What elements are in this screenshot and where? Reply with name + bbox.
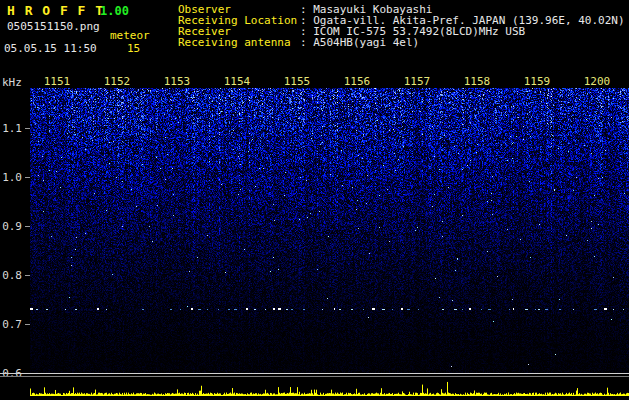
colon: : (300, 36, 313, 49)
x-tick-label: 1155 (284, 75, 311, 88)
spectrogram-canvas (30, 88, 629, 373)
mode-label: meteor (110, 29, 150, 42)
interval-value: 15 (127, 42, 140, 55)
info-label: Receiving antenna (178, 37, 300, 48)
app-version: 1.00 (100, 4, 129, 18)
hrofft-output: H R O F F T 1.00 0505151150.png meteor 0… (0, 0, 629, 400)
y-tick-label: 0.8 (2, 269, 22, 282)
app-title: H R O F F T (7, 3, 104, 18)
y-tick-label: 1.0 (2, 171, 22, 184)
info-value: A504HB(yagi 4el) (313, 36, 419, 49)
x-tick-label: 1151 (44, 75, 71, 88)
x-tick-label: 1200 (584, 75, 611, 88)
info-row-antenna: Receiving antenna: A504HB(yagi 4el) (178, 37, 625, 48)
x-tick-label: 1156 (344, 75, 371, 88)
y-tick-label: 1.1 (2, 122, 22, 135)
y-tick-label: 0.7 (2, 318, 22, 331)
x-tick-label: 1153 (164, 75, 191, 88)
x-tick-label: 1159 (524, 75, 551, 88)
y-tick-label: 0.9 (2, 220, 22, 233)
separator-line-bottom (0, 376, 629, 377)
signal-level-canvas (30, 378, 629, 400)
x-tick-label: 1157 (404, 75, 431, 88)
x-tick-label: 1152 (104, 75, 131, 88)
x-tick-label: 1158 (464, 75, 491, 88)
y-axis-unit: kHz (2, 76, 22, 89)
output-filename: 0505151150.png (7, 20, 100, 33)
x-tick-label: 1154 (224, 75, 251, 88)
datetime-label: 05.05.15 11:50 (4, 42, 97, 55)
station-info: Observer: Masayuki Kobayashi Receiving L… (178, 4, 625, 48)
separator-line-top (0, 373, 629, 374)
